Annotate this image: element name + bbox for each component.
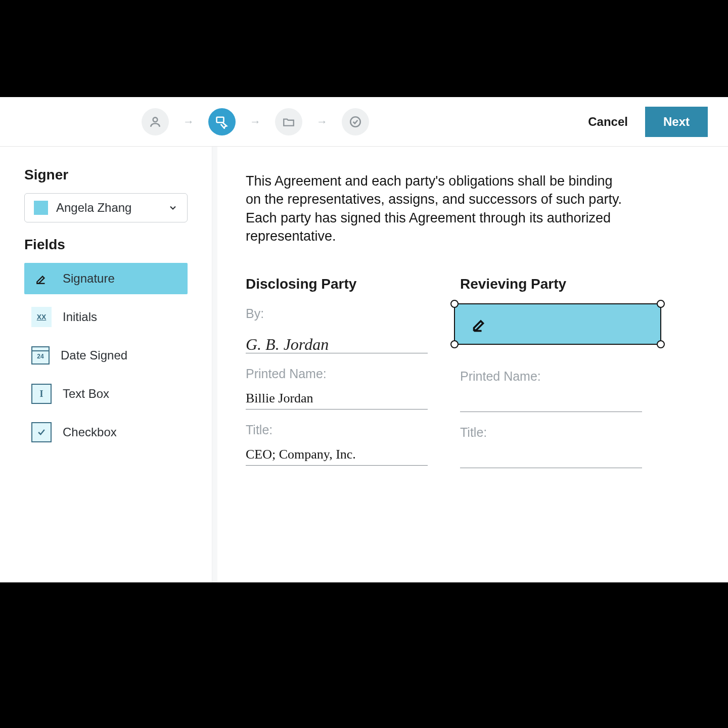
- disclosing-heading: Disclosing Party: [246, 276, 428, 292]
- signature-icon: [470, 315, 488, 333]
- signer-heading: Signer: [24, 167, 188, 183]
- topbar: → → → Cancel Next: [0, 97, 728, 147]
- parties: Disclosing Party By: G. B. Jordan Printe…: [246, 276, 700, 481]
- calendar-icon: 24: [31, 346, 50, 365]
- disclosing-party: Disclosing Party By: G. B. Jordan Printe…: [246, 276, 428, 481]
- step-people[interactable]: [142, 108, 169, 135]
- body: Signer Angela Zhang Fields Signature XX: [0, 147, 728, 582]
- field-label: Signature: [63, 271, 115, 286]
- agreement-text: This Agreement and each party's obligati…: [246, 172, 630, 246]
- chevron-down-icon: [168, 203, 178, 213]
- app-frame: → → → Cancel Next Signer Angela Zhang: [0, 97, 728, 582]
- reviewing-party: Revieving Party Printed Name:: [460, 276, 642, 481]
- svg-point-0: [153, 117, 158, 122]
- arrow-icon: →: [316, 115, 328, 128]
- folder-icon: [282, 115, 295, 128]
- title-value[interactable]: [460, 443, 642, 468]
- signature-field-placeholder[interactable]: [454, 303, 661, 345]
- resize-handle[interactable]: [450, 340, 459, 348]
- signer-name: Angela Zhang: [56, 201, 131, 215]
- title-label: Title:: [460, 425, 642, 440]
- field-label: Checkbox: [63, 425, 117, 439]
- signature-image: G. B. Jordan: [246, 335, 329, 354]
- signature-icon: [31, 268, 52, 289]
- field-date-signed[interactable]: 24 Date Signed: [24, 340, 188, 371]
- fields-heading: Fields: [24, 237, 188, 253]
- resize-handle[interactable]: [657, 340, 665, 348]
- document-canvas[interactable]: This Agreement and each party's obligati…: [217, 147, 728, 582]
- signature-line: G. B. Jordan: [246, 324, 428, 353]
- textbox-icon: I: [31, 384, 52, 404]
- signer-select[interactable]: Angela Zhang: [24, 193, 188, 222]
- field-signature[interactable]: Signature: [24, 263, 188, 294]
- arrow-icon: →: [183, 115, 194, 128]
- cancel-button[interactable]: Cancel: [588, 115, 628, 129]
- resize-handle[interactable]: [450, 300, 459, 308]
- printed-name-label: Printed Name:: [460, 369, 642, 384]
- arrow-icon: →: [250, 115, 261, 128]
- field-label: Initials: [63, 310, 97, 324]
- sidebar: Signer Angela Zhang Fields Signature XX: [0, 147, 212, 582]
- field-list: Signature XX Initials 24 Date Signed: [24, 263, 188, 448]
- by-label: By:: [246, 306, 428, 321]
- signer-color-swatch: [34, 201, 48, 215]
- field-text-box[interactable]: I Text Box: [24, 378, 188, 410]
- field-checkbox[interactable]: Checkbox: [24, 417, 188, 448]
- step-fields[interactable]: [208, 108, 236, 135]
- field-initials[interactable]: XX Initials: [24, 301, 188, 333]
- topbar-actions: Cancel Next: [588, 107, 708, 137]
- step-folder[interactable]: [275, 108, 302, 135]
- reviewing-heading: Revieving Party: [460, 276, 642, 292]
- check-circle-icon: [349, 115, 362, 128]
- person-icon: [149, 115, 162, 128]
- svg-rect-1: [217, 117, 224, 122]
- printed-name-label: Printed Name:: [246, 367, 428, 381]
- printed-name-value: Billie Jordan: [246, 384, 428, 410]
- title-value: CEO; Company, Inc.: [246, 440, 428, 466]
- next-button[interactable]: Next: [645, 107, 708, 137]
- fields-icon: [215, 115, 229, 129]
- field-label: Text Box: [63, 387, 109, 401]
- title-label: Title:: [246, 423, 428, 437]
- checkbox-icon: [31, 422, 52, 442]
- initials-icon: XX: [31, 307, 52, 327]
- resize-handle[interactable]: [657, 300, 665, 308]
- printed-name-value[interactable]: [460, 387, 642, 412]
- stepper: → → →: [142, 108, 369, 135]
- step-done[interactable]: [342, 108, 369, 135]
- field-label: Date Signed: [61, 348, 127, 362]
